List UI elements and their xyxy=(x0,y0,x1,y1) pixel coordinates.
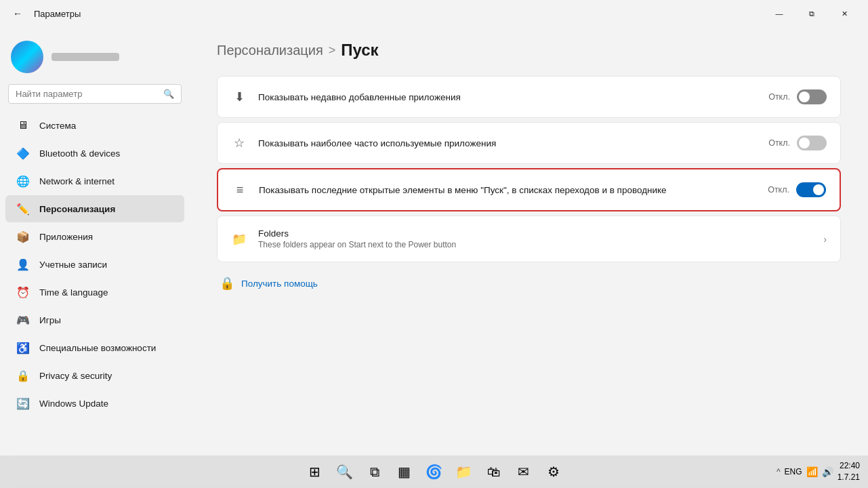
sidebar-item-bluetooth[interactable]: 🔷 Bluetooth & devices xyxy=(5,140,184,167)
setting-status-recent-items: Откл. xyxy=(768,185,789,195)
taskbar-icon-mail[interactable]: ✉ xyxy=(510,458,537,485)
nav-label-time: Time & language xyxy=(39,287,108,298)
nav-icon-privacy: 🔒 xyxy=(16,369,30,382)
setting-icon-recent-apps: ⬇ xyxy=(231,89,247,105)
folders-card[interactable]: 📁 Folders These folders appear on Start … xyxy=(217,216,841,262)
sidebar-item-personalization[interactable]: ✏️ Персонализация xyxy=(5,195,184,222)
nav-label-privacy: Privacy & security xyxy=(39,371,112,381)
tray-chevron[interactable]: ^ xyxy=(777,467,781,476)
nav-icon-time: ⏰ xyxy=(16,285,30,299)
breadcrumb: Персонализация > Пуск xyxy=(217,41,841,60)
nav-icon-apps: 📦 xyxy=(16,230,30,243)
search-input[interactable] xyxy=(16,89,158,99)
setting-text-recent-apps: Показывать недавно добавленные приложени… xyxy=(258,92,758,102)
nav-container: 🖥 Система 🔷 Bluetooth & devices 🌐 Networ… xyxy=(0,112,190,417)
taskbar-icon-taskview[interactable]: ⧉ xyxy=(361,458,388,485)
back-button[interactable]: ← xyxy=(8,4,27,23)
settings-card-recent-apps[interactable]: ⬇ Показывать недавно добавленные приложе… xyxy=(217,76,841,118)
sound-icon: 🔊 xyxy=(822,466,833,477)
toggle-recent-apps[interactable] xyxy=(797,89,827,104)
folder-icon: 📁 xyxy=(231,231,247,247)
setting-icon-recent-items: ≡ xyxy=(232,182,248,198)
breadcrumb-parent: Персонализация xyxy=(217,43,323,58)
main-content: Персонализация > Пуск ⬇ Показывать недав… xyxy=(190,27,868,455)
settings-container: ⬇ Показывать недавно добавленные приложе… xyxy=(217,76,841,211)
nav-icon-update: 🔄 xyxy=(16,396,30,410)
setting-row-most-used[interactable]: ☆ Показывать наиболее часто используемые… xyxy=(218,123,840,163)
taskbar-icon-search[interactable]: 🔍 xyxy=(331,458,358,485)
setting-row-recent-apps[interactable]: ⬇ Показывать недавно добавленные приложе… xyxy=(218,77,840,117)
toggle-recent-items[interactable] xyxy=(796,182,826,197)
help-text[interactable]: Получить помощь xyxy=(241,279,318,289)
nav-icon-bluetooth: 🔷 xyxy=(16,146,30,160)
system-tray: ^ ENG 📶 🔊 22:40 1.7.21 xyxy=(777,460,860,483)
sidebar: 🔍 🖥 Система 🔷 Bluetooth & devices 🌐 Netw… xyxy=(0,27,190,455)
nav-icon-sistema: 🖥 xyxy=(16,119,30,132)
setting-right-recent-apps: Откл. xyxy=(768,89,827,104)
folders-text: Folders These folders appear on Start ne… xyxy=(258,228,812,249)
help-icon: 🔒 xyxy=(220,276,234,291)
toggle-most-used[interactable] xyxy=(797,136,827,150)
nav-label-apps: Приложения xyxy=(39,232,93,242)
clock-date: 1.7.21 xyxy=(838,472,860,483)
settings-card-recent-items[interactable]: ≡ Показывать последние открытые элементы… xyxy=(217,168,841,211)
taskbar-icon-store[interactable]: 🛍 xyxy=(480,458,508,485)
nav-label-update: Windows Update xyxy=(39,399,108,409)
nav-icon-games: 🎮 xyxy=(16,313,30,327)
sidebar-item-apps[interactable]: 📦 Приложения xyxy=(5,223,184,250)
nav-label-bluetooth: Bluetooth & devices xyxy=(39,148,120,159)
taskbar-icon-widgets[interactable]: ▦ xyxy=(391,458,418,485)
tray-lang: ENG xyxy=(785,467,802,476)
sidebar-item-accessibility[interactable]: ♿ Специальные возможности xyxy=(5,334,184,361)
app-container: 🔍 🖥 Система 🔷 Bluetooth & devices 🌐 Netw… xyxy=(0,27,868,455)
username xyxy=(51,53,119,61)
nav-icon-network: 🌐 xyxy=(16,174,30,188)
taskbar-icon-start[interactable]: ⊞ xyxy=(302,458,329,485)
taskbar: ⊞🔍⧉▦🌀📁🛍✉⚙ ^ ENG 📶 🔊 22:40 1.7.21 xyxy=(0,455,868,488)
nav-label-games: Игры xyxy=(39,315,61,325)
minimize-button[interactable]: — xyxy=(764,3,795,24)
title-bar-left: ← Параметры xyxy=(8,4,81,23)
taskbar-icon-explorer[interactable]: 📁 xyxy=(451,458,478,485)
nav-label-sistema: Система xyxy=(39,121,76,131)
window-controls: — ⧉ ✕ xyxy=(764,3,860,24)
window-title: Параметры xyxy=(34,9,81,19)
user-section xyxy=(0,35,190,84)
setting-label-recent-apps: Показывать недавно добавленные приложени… xyxy=(258,92,758,102)
sidebar-item-privacy[interactable]: 🔒 Privacy & security xyxy=(5,362,184,389)
setting-right-recent-items: Откл. xyxy=(768,182,826,197)
restore-button[interactable]: ⧉ xyxy=(796,3,827,24)
folders-sublabel: These folders appear on Start next to th… xyxy=(258,240,812,249)
nav-label-accounts: Учетные записи xyxy=(39,260,107,270)
setting-label-most-used: Показывать наиболее часто используемые п… xyxy=(258,138,758,148)
setting-row-recent-items[interactable]: ≡ Показывать последние открытые элементы… xyxy=(218,169,840,210)
search-box[interactable]: 🔍 xyxy=(8,84,182,104)
sidebar-item-update[interactable]: 🔄 Windows Update xyxy=(5,390,184,417)
sidebar-item-sistema[interactable]: 🖥 Система xyxy=(5,112,184,139)
nav-label-personalization: Персонализация xyxy=(39,204,115,214)
taskbar-icon-settings-active[interactable]: ⚙ xyxy=(540,458,567,485)
chevron-right-icon: › xyxy=(823,234,827,245)
title-bar: ← Параметры — ⧉ ✕ xyxy=(0,0,868,27)
setting-label-recent-items: Показывать последние открытые элементы в… xyxy=(259,185,757,195)
breadcrumb-separator: > xyxy=(329,43,336,58)
setting-icon-most-used: ☆ xyxy=(231,135,247,151)
setting-right-most-used: Откл. xyxy=(768,136,827,150)
setting-status-recent-apps: Откл. xyxy=(768,92,790,102)
sidebar-item-time[interactable]: ⏰ Time & language xyxy=(5,279,184,306)
sidebar-item-games[interactable]: 🎮 Игры xyxy=(5,306,184,333)
nav-icon-accessibility: ♿ xyxy=(16,341,30,354)
help-link[interactable]: 🔒 Получить помощь xyxy=(217,270,841,296)
sidebar-item-network[interactable]: 🌐 Network & internet xyxy=(5,167,184,195)
breadcrumb-current: Пуск xyxy=(341,41,378,60)
wifi-icon: 📶 xyxy=(806,466,818,477)
settings-card-most-used[interactable]: ☆ Показывать наиболее часто используемые… xyxy=(217,122,841,164)
folders-row[interactable]: 📁 Folders These folders appear on Start … xyxy=(218,216,840,262)
setting-status-most-used: Откл. xyxy=(768,138,790,148)
avatar xyxy=(11,41,43,73)
close-button[interactable]: ✕ xyxy=(829,3,860,24)
taskbar-icon-edge[interactable]: 🌀 xyxy=(421,458,448,485)
nav-icon-accounts: 👤 xyxy=(16,258,30,271)
sidebar-item-accounts[interactable]: 👤 Учетные записи xyxy=(5,251,184,278)
nav-label-accessibility: Специальные возможности xyxy=(39,343,156,353)
